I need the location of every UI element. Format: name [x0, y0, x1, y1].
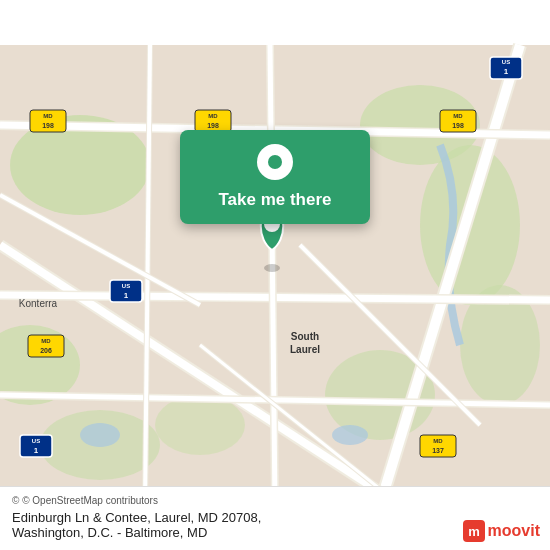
- take-me-there-popup[interactable]: Take me there: [180, 130, 370, 224]
- location-pin-icon: [257, 144, 293, 180]
- svg-point-8: [155, 395, 245, 455]
- svg-text:US: US: [32, 438, 40, 444]
- svg-text:MD: MD: [433, 438, 443, 444]
- info-bar: © © OpenStreetMap contributors Edinburgh…: [0, 486, 550, 550]
- svg-text:Laurel: Laurel: [290, 344, 320, 355]
- take-me-there-button[interactable]: Take me there: [218, 190, 331, 210]
- svg-point-39: [264, 264, 280, 272]
- address-line2: Washington, D.C. - Baltimore, MD: [12, 525, 207, 540]
- moovit-logo: m moovit: [463, 520, 540, 542]
- svg-text:137: 137: [432, 447, 444, 454]
- svg-text:198: 198: [452, 122, 464, 129]
- svg-text:MD: MD: [43, 113, 53, 119]
- svg-text:198: 198: [207, 122, 219, 129]
- svg-text:US: US: [122, 283, 130, 289]
- map-container: US 1 MD 198 MD 198 MD 198 US 1 MD 206 US…: [0, 0, 550, 550]
- svg-text:US: US: [502, 59, 510, 65]
- svg-text:MD: MD: [208, 113, 218, 119]
- svg-point-9: [80, 423, 120, 447]
- address-display: Edinburgh Ln & Contee, Laurel, MD 20708,…: [12, 510, 538, 540]
- address-line1: Edinburgh Ln & Contee, Laurel, MD 20708,: [12, 510, 261, 525]
- map-background: US 1 MD 198 MD 198 MD 198 US 1 MD 206 US…: [0, 0, 550, 550]
- svg-point-10: [332, 425, 368, 445]
- moovit-brand-text: moovit: [488, 522, 540, 540]
- attribution-text: © OpenStreetMap contributors: [22, 495, 158, 506]
- svg-text:Konterra: Konterra: [19, 298, 58, 309]
- svg-text:MD: MD: [41, 338, 51, 344]
- svg-text:1: 1: [124, 291, 129, 300]
- svg-text:1: 1: [504, 67, 509, 76]
- svg-text:1: 1: [34, 446, 39, 455]
- svg-text:m: m: [468, 524, 480, 539]
- attribution-symbol: ©: [12, 495, 19, 506]
- svg-text:South: South: [291, 331, 319, 342]
- svg-text:206: 206: [40, 347, 52, 354]
- moovit-icon: m: [463, 520, 485, 542]
- map-attribution: © © OpenStreetMap contributors: [12, 495, 538, 506]
- svg-text:198: 198: [42, 122, 54, 129]
- svg-text:MD: MD: [453, 113, 463, 119]
